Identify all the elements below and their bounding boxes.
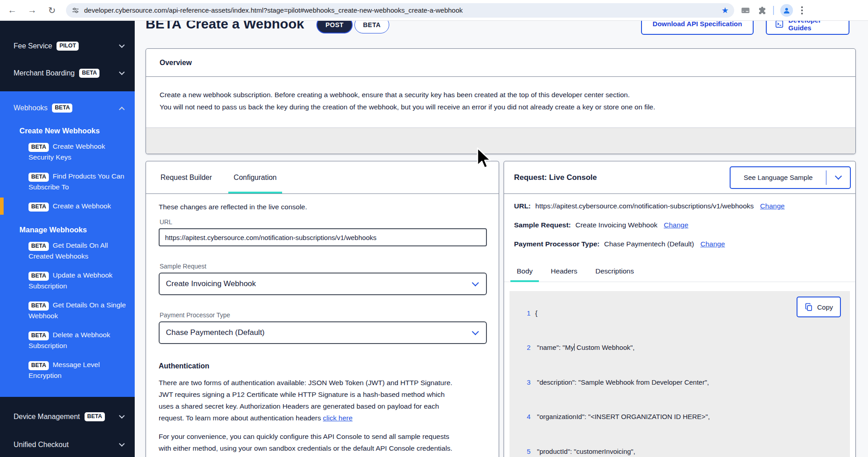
sidebar-item[interactable]: Device Management BETA [0, 409, 135, 425]
line-text: "name": "My Custom Webhook", [535, 344, 635, 351]
sidebar-item[interactable]: Merchant Boarding BETA [0, 65, 135, 81]
sidebar-subitem[interactable]: BETA Get Details On a Single Webhook [0, 297, 135, 325]
sidebar-subitem-label: Create a Webhook [52, 202, 111, 210]
tab-headers[interactable]: Headers [544, 262, 584, 282]
authentication-paragraph-2: For your convenience, you can quickly co… [159, 431, 461, 454]
code-line: 3 "description": "Sample Webhook from De… [509, 365, 850, 400]
builder-note: These changes are reflected in the live … [159, 203, 486, 211]
beta-badge: BETA [28, 302, 49, 311]
sidebar-subitem[interactable]: BETA Get Details On All Created Webhooks [0, 237, 135, 265]
builder-tabs: Request Builder Configuration [146, 161, 499, 194]
chevron-down-icon[interactable] [119, 69, 125, 75]
console-tabs: Body Headers Descriptions [504, 262, 855, 282]
live-console-panel: Request: Live Console See Language Sampl… [504, 161, 856, 457]
person-icon [783, 6, 791, 14]
sidebar-item-badge: PILOT [57, 42, 79, 51]
sidebar-item[interactable]: Unified Checkout [0, 437, 135, 453]
sidebar-group-title: Manage Webhooks [0, 226, 135, 234]
overview-footer-strip [146, 127, 855, 154]
line-number: 4 [517, 411, 531, 423]
sidebar: Fee Service PILOT Merchant Boarding BETA… [0, 21, 135, 457]
chevron-down-icon [835, 173, 842, 180]
console-header: Request: Live Console See Language Sampl… [504, 161, 855, 194]
sidebar-item-label: Device Management [14, 413, 80, 421]
change-sample-request-link[interactable]: Change [664, 221, 688, 229]
line-text: { [535, 309, 538, 317]
sidebar-item-badge: BETA [85, 412, 105, 421]
profile-avatar[interactable] [780, 4, 793, 17]
tab-descriptions[interactable]: Descriptions [589, 262, 640, 282]
sidebar-subitem[interactable]: BETA Create a Webhook [0, 198, 135, 215]
request-builder-panel: Request Builder Configuration These chan… [146, 161, 499, 457]
beta-badge: BETA [28, 272, 49, 281]
browser-actions [741, 4, 805, 17]
sidebar-group-title: Create New Webhooks [0, 127, 135, 135]
chevron-down-icon[interactable] [119, 413, 125, 419]
sidebar-subitem[interactable]: BETA Delete a Webhook Subscription [0, 326, 135, 354]
console-processor-row: Payment Processor Type: Chase Paymentech… [514, 240, 845, 248]
console-info: URL: https://apitest.cybersource.com/not… [504, 194, 855, 262]
chevron-up-icon[interactable] [119, 106, 125, 112]
overview-header: Overview [146, 49, 855, 77]
authentication-heading: Authentication [159, 362, 486, 370]
forward-icon[interactable]: → [24, 3, 40, 18]
site-settings-icon[interactable] [71, 6, 80, 14]
console-title: Request: Live Console [514, 173, 597, 182]
line-number: 5 [517, 446, 531, 457]
code-line: 4 "organizationId": "<INSERT ORGANIZATIO… [509, 400, 850, 434]
address-bar[interactable]: developer.cybersource.com/api-reference-… [66, 3, 734, 18]
copy-button[interactable]: Copy [797, 297, 841, 317]
sidebar-item-label: Fee Service [14, 42, 52, 50]
sidebar-item-webhooks[interactable]: Webhooks BETA [0, 100, 135, 116]
tab-configuration[interactable]: Configuration [228, 161, 282, 193]
browser-menu-icon[interactable] [799, 5, 805, 16]
line-number: 1 [517, 307, 531, 319]
authentication-paragraph-1: There are two forms of authentication av… [159, 377, 461, 424]
sidebar-item-label: Unified Checkout [14, 441, 69, 449]
chevron-down-icon [472, 328, 479, 335]
sidebar-item-badge: BETA [79, 69, 99, 78]
sidebar-bottom-group: Device Management BETA Unified Checkout … [0, 409, 135, 457]
sidebar-subitem[interactable]: BETA Message Level Encryption [0, 356, 135, 384]
line-number: 3 [517, 377, 531, 388]
click-here-link[interactable]: click here [323, 414, 352, 422]
url-field-label: URL [160, 218, 486, 226]
change-url-link[interactable]: Change [760, 202, 784, 210]
reload-icon[interactable]: ↻ [44, 3, 60, 18]
code-line: 5 "productId": "customerInvoicing", [509, 434, 850, 457]
back-icon[interactable]: ← [5, 3, 20, 18]
overview-body: Create a new webhook subscription. Befor… [146, 77, 855, 113]
bookmark-star-icon[interactable]: ★ [722, 5, 729, 15]
builder-content: These changes are reflected in the live … [146, 194, 499, 454]
sidebar-webhooks-groups: Create New Webhooks BETA Create Webhook … [0, 127, 135, 384]
code-line: 2 "name": "My Custom Webhook", [509, 330, 850, 365]
request-body-code[interactable]: 1{ 2 "name": "My Custom Webhook", 3 "des… [509, 291, 850, 457]
line-text: "organizationId": "<INSERT ORGANIZATION … [535, 413, 710, 420]
overview-line-1: Create a new webhook subscription. Befor… [160, 89, 842, 101]
console-sample-request-row: Sample Request: Create Invoicing Webhook… [514, 221, 845, 229]
line-number: 2 [517, 342, 531, 353]
extensions-puzzle-icon[interactable] [757, 5, 767, 15]
tab-body[interactable]: Body [510, 262, 539, 282]
app-window: ← → ↻ developer.cybersource.com/api-refe… [0, 0, 868, 457]
overview-panel: Overview Create a new webhook subscripti… [146, 48, 856, 154]
tab-request-builder[interactable]: Request Builder [155, 161, 217, 193]
sidebar-subitem[interactable]: BETA Create Webhook Security Keys [0, 138, 135, 166]
beta-badge: BETA [28, 143, 49, 152]
copy-icon [804, 302, 813, 311]
sidebar-top-group: Fee Service PILOT Merchant Boarding BETA [0, 21, 135, 81]
see-language-sample-button[interactable]: See Language Sample [730, 166, 851, 189]
payment-card-icon[interactable] [741, 5, 750, 15]
chevron-down-icon[interactable] [119, 441, 125, 447]
beta-badge: BETA [28, 242, 49, 251]
processor-type-select[interactable]: Chase Paymentech (Default) [159, 321, 487, 344]
chevron-down-icon[interactable] [119, 42, 125, 48]
url-input[interactable]: https://apitest.cybersource.com/notifica… [159, 228, 487, 246]
beta-badge: BETA [28, 361, 49, 370]
sidebar-item[interactable]: Fee Service PILOT [0, 38, 135, 54]
url-text[interactable]: developer.cybersource.com/api-reference-… [84, 6, 718, 14]
sidebar-subitem[interactable]: BETA Update a Webhook Subscription [0, 267, 135, 295]
sidebar-subitem[interactable]: BETA Find Products You Can Subscribe To [0, 168, 135, 196]
sample-request-select[interactable]: Create Invoicing Webhook [159, 273, 487, 295]
change-processor-link[interactable]: Change [700, 240, 725, 248]
